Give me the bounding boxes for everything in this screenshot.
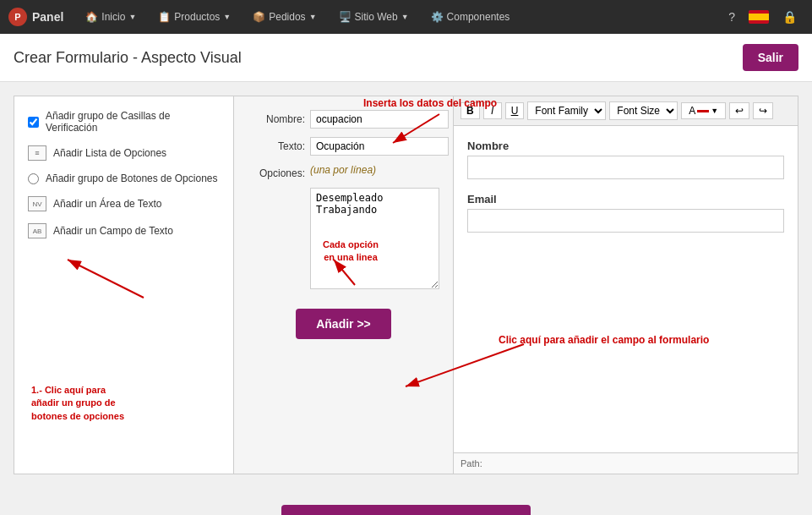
color-indicator	[697, 110, 709, 112]
path-label: Path:	[460, 458, 482, 468]
editor-path-bar: Path:	[454, 452, 798, 474]
redo-button[interactable]: ↪	[753, 102, 773, 119]
nav-sitio-web[interactable]: 🖥️ Sitio Web ▼	[330, 6, 417, 28]
option-label: Añadir grupo de Casillas de Verificación	[46, 110, 220, 134]
left-panel: 1.- Clic aquí para añadir un grupo de bo…	[14, 96, 233, 474]
salir-button[interactable]: Salir	[743, 44, 798, 71]
annotation-insert-data: Inserta los datos del campo	[363, 97, 497, 109]
chevron-down-icon: ▼	[401, 13, 409, 21]
option-label: Añadir grupo de Botones de Opciones	[46, 173, 217, 184]
option-botones-opciones[interactable]: Añadir grupo de Botones de Opciones	[28, 173, 220, 184]
nav-right-controls: ? 🔒	[722, 7, 804, 27]
pedidos-icon: 📦	[253, 11, 265, 23]
editor-nombre-group: Nombre	[467, 140, 784, 179]
language-flag[interactable]	[749, 10, 769, 24]
font-size-select[interactable]: Font Size	[609, 101, 678, 120]
annotation-left: 1.- Clic aquí para añadir un grupo de bo…	[31, 384, 124, 423]
main-area: Inserta los datos del campo Clic aquí pa…	[0, 82, 812, 488]
chevron-down-icon: ▼	[128, 13, 136, 21]
list-icon: ≡	[28, 145, 46, 161]
annotation-add-field: Clic aquí para añadir el campo al formul…	[499, 334, 709, 346]
opciones-hint: (una por línea)	[310, 164, 376, 176]
center-panel: Cada opción en una linea Nombre: Texto: …	[233, 96, 453, 474]
texto-label: Texto:	[248, 137, 305, 152]
option-checkbox-group[interactable]: Añadir grupo de Casillas de Verificación	[28, 110, 220, 134]
undo-button[interactable]: ↩	[729, 102, 749, 119]
componentes-icon: ⚙️	[431, 11, 444, 23]
home-icon: 🏠	[85, 11, 98, 23]
nav-componentes[interactable]: ⚙️ Componentes	[422, 6, 519, 28]
option-label: Añadir Lista de Opciones	[53, 147, 166, 159]
main-content: 1.- Clic aquí para añadir un grupo de bo…	[0, 82, 812, 488]
help-button[interactable]: ?	[722, 7, 742, 27]
anadir-button[interactable]: Añadir >>	[296, 309, 391, 339]
option-campo-texto[interactable]: AB Añadir un Campo de Texto	[28, 223, 220, 238]
checkbox-input[interactable]	[28, 117, 39, 128]
sitio-web-icon: 🖥️	[339, 11, 352, 23]
font-family-select[interactable]: Font Family	[527, 101, 606, 120]
radio-input[interactable]	[28, 173, 39, 184]
brand-logo: P Panel	[8, 8, 63, 26]
nav-pedidos[interactable]: 📦 Pedidos ▼	[244, 6, 324, 28]
editor-email-group: Email	[467, 193, 784, 233]
nav-inicio[interactable]: 🏠 Inicio ▼	[77, 6, 144, 28]
top-navigation: P Panel 🏠 Inicio ▼ 📋 Productos ▼ 📦 Pedid…	[0, 0, 812, 34]
next-step-button[interactable]: Próximo paso - Configuración >>	[281, 505, 531, 515]
chevron-down-icon: ▼	[223, 13, 231, 21]
right-panel-editor: B I U Font Family Font Size A ▼ ↩ ↪	[453, 96, 798, 474]
chevron-icon: ▼	[711, 107, 718, 115]
header-bar: Crear Formulario - Aspecto Visual Salir	[0, 34, 812, 82]
nav-productos[interactable]: 📋 Productos ▼	[150, 6, 239, 28]
editor-email-label: Email	[467, 193, 784, 205]
option-label: Añadir un Campo de Texto	[53, 225, 173, 237]
page-title: Crear Formulario - Aspecto Visual	[14, 49, 242, 67]
editor-nombre-label: Nombre	[467, 140, 784, 152]
font-color-button[interactable]: A ▼	[681, 102, 726, 119]
nombre-label: Nombre:	[248, 110, 305, 125]
texto-input[interactable]	[310, 137, 449, 156]
editor-nombre-input-display	[467, 156, 784, 179]
option-label: Añadir un Área de Texto	[53, 198, 162, 210]
productos-icon: 📋	[158, 11, 171, 23]
option-lista-opciones[interactable]: ≡ Añadir Lista de Opciones	[28, 145, 220, 161]
opciones-label: Opciones:	[248, 164, 305, 179]
opciones-row: Opciones: (una por línea)	[248, 164, 439, 179]
ab-icon: AB	[28, 223, 46, 238]
editor-toolbar: B I U Font Family Font Size A ▼ ↩ ↪	[454, 96, 798, 126]
lock-icon[interactable]: 🔒	[776, 7, 804, 27]
underline-button[interactable]: U	[505, 102, 525, 119]
nombre-row: Nombre:	[248, 110, 439, 129]
editor-body: Nombre Email	[454, 126, 798, 452]
nombre-input[interactable]	[310, 110, 449, 129]
annotation-cada-opcion: Cada opción en una linea	[323, 238, 379, 265]
texto-row: Texto:	[248, 137, 439, 156]
textarea-icon: NV	[28, 196, 46, 211]
brand-icon: P	[8, 8, 27, 26]
chevron-down-icon: ▼	[309, 13, 317, 21]
font-color-label: A	[689, 105, 695, 117]
brand-name: Panel	[32, 10, 63, 24]
option-area-texto[interactable]: NV Añadir un Área de Texto	[28, 196, 220, 211]
editor-email-input-display	[467, 209, 784, 233]
bottom-area: Próximo paso - Configuración >>	[0, 488, 812, 515]
